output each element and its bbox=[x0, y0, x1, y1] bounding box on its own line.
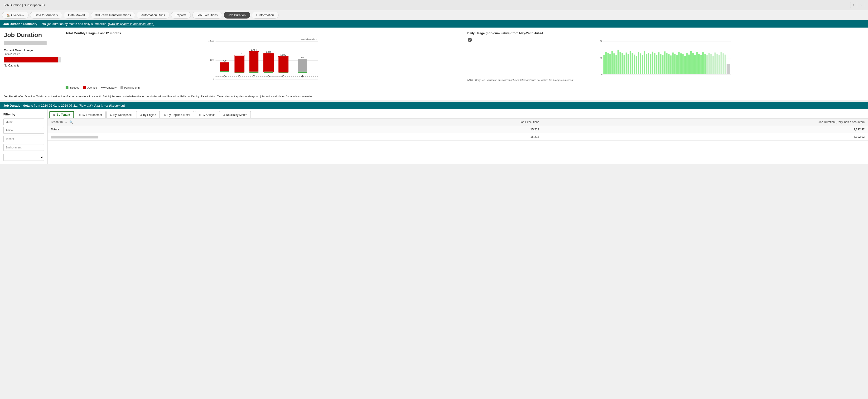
legend-partial: Partial Month bbox=[121, 86, 140, 89]
nav-tab-automation-runs[interactable]: Automation Runs bbox=[137, 12, 169, 19]
nav-tab-data-moved[interactable]: Data Moved bbox=[64, 12, 89, 19]
table-icon: ⊞ bbox=[164, 113, 166, 117]
nav-tab-reports[interactable]: Reports bbox=[171, 12, 191, 19]
totals-executions: 15,213 bbox=[382, 126, 542, 133]
daily-chart-svg: 80 40 0 bbox=[467, 37, 864, 78]
table-icon: ⊞ bbox=[223, 113, 225, 117]
filter-select[interactable] bbox=[3, 154, 44, 161]
monthly-chart: Total Monthly Usage - Last 12 months 1,6… bbox=[66, 31, 463, 89]
table-row: 15,213 3,392.92 bbox=[48, 133, 868, 141]
svg-rect-52 bbox=[646, 54, 647, 74]
svg-text:1,203: 1,203 bbox=[280, 54, 286, 56]
nav-tabs: 🏠OverviewData for AnalysisData Moved3rd … bbox=[0, 10, 868, 20]
nav-tab-3rd-party[interactable]: 3rd Party Transformations bbox=[91, 12, 135, 19]
month-filter-input[interactable] bbox=[3, 119, 44, 125]
svg-rect-82 bbox=[706, 55, 708, 74]
svg-text:80: 80 bbox=[600, 40, 602, 42]
svg-rect-71 bbox=[684, 56, 686, 74]
table-tab-by-workspace[interactable]: ⊞By Workspace bbox=[106, 111, 135, 118]
table-tab-by-tenant[interactable]: ⊞By Tenant bbox=[50, 111, 74, 118]
bar-partial bbox=[298, 59, 307, 71]
svg-rect-49 bbox=[640, 54, 641, 74]
svg-rect-34 bbox=[610, 54, 611, 74]
sort-icon[interactable]: ▲ bbox=[65, 121, 67, 124]
totals-row: Totals 15,213 3,392.92 bbox=[48, 126, 868, 133]
job-duration-link[interactable]: Job Duration bbox=[4, 95, 20, 98]
svg-rect-92 bbox=[726, 64, 730, 74]
legend-included: Included bbox=[66, 86, 80, 89]
svg-rect-90 bbox=[722, 54, 724, 74]
svg-text:0: 0 bbox=[213, 78, 214, 80]
bar-overage-2 bbox=[235, 56, 244, 72]
table-icon: ⊞ bbox=[110, 113, 112, 117]
data-table: Tenant ID ▲ 🔍 Job Executions Job Duratio… bbox=[48, 119, 868, 141]
tenant-id-cell bbox=[48, 133, 382, 141]
monthly-chart-title: Total Monthly Usage - Last 12 months bbox=[66, 31, 463, 35]
svg-rect-66 bbox=[674, 54, 676, 74]
svg-rect-60 bbox=[662, 55, 663, 74]
table-tab-label: By Environment bbox=[82, 113, 102, 117]
svg-text:800: 800 bbox=[210, 59, 215, 62]
svg-text:40: 40 bbox=[600, 57, 602, 59]
search-icon[interactable]: 🔍 bbox=[69, 121, 73, 124]
table-icon: ⊞ bbox=[198, 113, 200, 117]
svg-rect-43 bbox=[627, 54, 629, 74]
nav-tab-information[interactable]: ℹInformation bbox=[252, 12, 279, 19]
svg-point-21 bbox=[268, 75, 270, 77]
table-tab-label: By Artifact bbox=[202, 113, 215, 117]
table-body: Totals 15,213 3,392.92 15,213 3,392.92 bbox=[48, 126, 868, 141]
tab-label-job-duration: Job Duration bbox=[228, 13, 246, 17]
environment-filter-input[interactable] bbox=[3, 144, 44, 151]
nav-tab-overview[interactable]: 🏠Overview bbox=[2, 12, 29, 19]
svg-rect-32 bbox=[606, 52, 607, 74]
daily-chart-title: Daily Usage (non-cumulative) from May-24… bbox=[467, 31, 864, 35]
artifact-filter-input[interactable] bbox=[3, 127, 44, 134]
tenant-filter-input[interactable] bbox=[3, 136, 44, 142]
svg-point-19 bbox=[238, 75, 240, 77]
svg-text:Partial Month >: Partial Month > bbox=[301, 38, 317, 41]
svg-text:1,278: 1,278 bbox=[237, 52, 242, 55]
svg-rect-53 bbox=[648, 53, 649, 74]
table-tab-by-engine[interactable]: ⊞By Engine bbox=[136, 111, 160, 118]
monthly-bar-chart-container: 1,600 800 0 720 bbox=[66, 37, 463, 85]
table-tab-by-engine-cluster[interactable]: ⊞By Engine Cluster bbox=[161, 111, 194, 118]
nav-tab-job-duration[interactable]: Job Duration bbox=[224, 12, 250, 19]
nav-tab-data-for-analysis[interactable]: Data for Analysis bbox=[30, 12, 62, 19]
svg-rect-47 bbox=[636, 56, 637, 74]
svg-rect-81 bbox=[704, 54, 706, 74]
bar-included-1 bbox=[220, 71, 229, 72]
svg-rect-86 bbox=[714, 53, 716, 74]
nav-tab-job-executions[interactable]: Job Executions bbox=[192, 12, 222, 19]
svg-rect-74 bbox=[690, 51, 692, 74]
table-tab-label: By Workspace bbox=[113, 113, 132, 117]
svg-rect-57 bbox=[656, 55, 657, 74]
svg-rect-63 bbox=[668, 54, 670, 74]
svg-rect-80 bbox=[702, 52, 704, 74]
next-button[interactable]: › bbox=[858, 2, 864, 8]
table-tab-by-artifact[interactable]: ⊞By Artifact bbox=[195, 111, 218, 118]
svg-rect-54 bbox=[650, 55, 651, 74]
info-icon: ℹ bbox=[256, 13, 257, 17]
table-tabs: ⊞By Tenant⊞By Environment⊞By Workspace⊞B… bbox=[48, 109, 868, 119]
svg-text:1,454: 1,454 bbox=[251, 48, 257, 51]
details-body: Filter by ⊞By Tenant⊞By Environment⊞By W… bbox=[0, 109, 868, 164]
svg-text:854: 854 bbox=[301, 56, 305, 59]
monthly-chart-svg: 1,600 800 0 720 bbox=[66, 37, 463, 82]
svg-rect-67 bbox=[676, 55, 678, 74]
col-tenant-id: Tenant ID ▲ 🔍 bbox=[48, 119, 382, 126]
table-tab-details-by-month[interactable]: ⊞Details by Month bbox=[219, 111, 251, 118]
svg-rect-31 bbox=[603, 55, 605, 74]
prev-button[interactable]: ‹ bbox=[850, 2, 857, 8]
svg-rect-59 bbox=[660, 54, 661, 74]
svg-rect-65 bbox=[672, 53, 674, 74]
svg-rect-85 bbox=[712, 56, 714, 74]
tab-label-automation-runs: Automation Runs bbox=[141, 13, 165, 17]
table-header: Tenant ID ▲ 🔍 Job Executions Job Duratio… bbox=[48, 119, 868, 126]
svg-rect-37 bbox=[615, 55, 617, 74]
page-header: Job Duration | Subscription ID: ‹ › bbox=[0, 0, 868, 10]
table-tab-by-environment[interactable]: ⊞By Environment bbox=[75, 111, 105, 118]
usage-bar-fill bbox=[4, 57, 58, 63]
bar-overage-4 bbox=[264, 54, 273, 71]
details-section: Job Duration details from 2024-05-01 to … bbox=[0, 102, 868, 164]
svg-rect-87 bbox=[716, 54, 718, 74]
